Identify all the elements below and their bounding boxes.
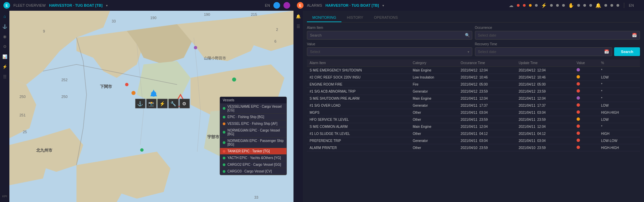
table-row[interactable]: #1 LO SLUDGE TK LEVEL Other 2021/04/11 0… [307, 130, 640, 137]
kpi-label: KPI [2, 195, 7, 198]
cell-value: * [598, 123, 640, 130]
alarm-item-input[interactable] [310, 33, 469, 37]
cell-occ-date: 2021/04/12 23:59 [458, 88, 516, 95]
cell-alarm-item: S M/E COMMON ALARM [307, 123, 410, 130]
right-sidebar-alarm[interactable]: 🔔 [295, 13, 301, 19]
svg-text:2: 2 [276, 28, 278, 32]
cell-category: Generator [410, 137, 458, 144]
sidebar-icon-location[interactable]: ◉ [2, 34, 8, 40]
popup-item-2[interactable]: VESSEL EPIC · Fishing Ship [AF] [220, 120, 286, 127]
cell-category: Generator [410, 88, 458, 95]
svg-text:250: 250 [19, 95, 25, 99]
col-category: Category [410, 59, 458, 67]
table-row[interactable]: #1 S/G ACB ABNORMAL TRIP Generator 2021/… [307, 88, 640, 95]
map-tool-gear[interactable]: ⚙ [179, 99, 190, 108]
right-lang-badge: EN [629, 3, 634, 7]
cell-occ-date: 2021/04/12 05:00 [458, 81, 516, 88]
tabs-container: MONITORING HISTORY OPERATIONS [307, 13, 640, 22]
recovery-placeholder: Select date [478, 50, 496, 54]
popup-item-7[interactable]: CARGO2 EPIC · Cargo Vessel [GG] [220, 161, 286, 168]
popup-item-5-tanker[interactable]: TANKER EPIC · Tanker [TG] [220, 148, 286, 155]
popup-item-0[interactable]: VESSELNAME EPIC · Cargo Vessel [CG] [220, 103, 286, 114]
table-row[interactable]: S M/E COMMON ALARM Main Engine 2021/04/1… [307, 123, 640, 130]
cell-upd-date: 2021/04/11 12:04 [516, 123, 574, 130]
map-tool-camera[interactable]: 📸 [146, 99, 156, 108]
sidebar-icon-anchor[interactable]: ⚓ [2, 23, 8, 30]
popup-item-6[interactable]: YACTH EPIC · Yachts &Others [YG] [220, 155, 286, 161]
sidebar-icon-list[interactable]: ☰ [2, 74, 8, 80]
map-tool-anchor[interactable]: ⚓ [135, 99, 145, 108]
cell-dot [574, 88, 598, 95]
svg-point-23 [232, 78, 236, 82]
occurrence-date-input[interactable]: Select date 📅 [475, 31, 640, 40]
value-label: Value [307, 42, 472, 46]
svg-text:宇部市: 宇部市 [207, 135, 220, 139]
sidebar-icon-chart[interactable]: 📊 [2, 54, 8, 60]
table-row[interactable]: #2 CIRC REEF SOCK 220V INSU Low Insulati… [307, 74, 640, 81]
popup-item-8[interactable]: CARGO3 · Cargo Vessel [CV] [220, 168, 286, 175]
svg-text:190: 190 [150, 16, 156, 20]
status-dot-gray [535, 4, 538, 7]
cell-occ-date: 2021/04/12 10:46 [458, 74, 516, 81]
map-tool-lightning[interactable]: ⚡ [157, 99, 167, 108]
table-row[interactable]: S M/E SHUTDOWN PRE ALARM Main Engine 202… [307, 95, 640, 102]
value-select[interactable]: Select ▾ [307, 47, 472, 56]
status-dot-gray7 [589, 4, 592, 7]
left-avatar1[interactable] [273, 2, 280, 9]
occurrence-calendar-icon: 📅 [632, 33, 637, 38]
col-alarm-item: Alarm Item [307, 59, 410, 67]
recovery-calendar-icon: 📅 [604, 49, 609, 54]
cell-dot [574, 74, 598, 81]
popup-item-1[interactable]: EPIC · Fishing Ship [BG] [220, 114, 286, 120]
popup-item-3[interactable]: NORWEGIAN EPIC · Cargo Vessel [BG] [220, 127, 286, 138]
table-row[interactable]: HFO SERVICE TK LEVEL Other 2021/04/11 23… [307, 116, 640, 123]
tab-monitoring[interactable]: MONITORING [307, 13, 341, 22]
right-panel: E ALARMS HARVESTOR · TUG BOAT [TB] ▾ ☁ ⚡… [293, 0, 644, 202]
right-sidebar-list[interactable]: ☰ [295, 23, 301, 30]
sidebar-icon-lightning[interactable]: ⚡ [2, 64, 8, 70]
occurrence-placeholder: Select date [478, 33, 496, 37]
right-content: 🔔 ☰ MONITORING HISTORY OPERATIONS Alarm … [293, 11, 644, 202]
table-row[interactable]: S M/E EMERGENCY SHUTDOWN Main Engine 202… [307, 67, 640, 74]
popup-item-4[interactable]: NORWEGIAN EPIC · Passenger Ship [BG] [220, 138, 286, 148]
cell-alarm-item: S M/E SHUTDOWN PRE ALARM [307, 95, 410, 102]
recovery-date-input[interactable]: Select date 📅 [475, 47, 612, 56]
left-lang-badge: EN [265, 3, 270, 7]
right-dropdown-arrow[interactable]: ▾ [382, 4, 384, 7]
svg-text:25: 25 [23, 130, 27, 134]
tab-history[interactable]: HISTORY [341, 13, 369, 22]
svg-text:250: 250 [61, 95, 67, 99]
table-row[interactable]: #1 S/G OVER LOAD Generator 2021/04/11 17… [307, 102, 640, 109]
status-dot-gray10 [616, 4, 619, 7]
col-percent: % [598, 59, 640, 67]
map-tool-wrench[interactable]: 🔧 [168, 99, 178, 108]
sidebar-icon-tools[interactable]: ⚙ [2, 44, 8, 50]
recovery-time-label: Recovery Time [475, 42, 640, 46]
cell-alarm-item: ENGINE ROOM FIRE [307, 81, 410, 88]
table-row[interactable]: ALARM PRINTER Other 2021/04/10 23:59 202… [307, 144, 640, 151]
table-row[interactable]: ENGINE ROOM FIRE Fire 2021/04/12 05:00 2… [307, 81, 640, 88]
cell-dot [574, 95, 598, 102]
cell-alarm-item: #1 LO SLUDGE TK LEVEL [307, 130, 410, 137]
status-dot-red2 [523, 4, 526, 7]
map-area[interactable]: 33 190 190 215 2 6 342 33 250 251 25 9 2… [9, 11, 293, 202]
cell-category: Other [410, 144, 458, 151]
right-vessel-label: HARVESTOR · TUG BOAT [TB] [325, 3, 379, 7]
cell-upd-date: 2021/04/12 12:04 [516, 67, 574, 74]
right-header: E ALARMS HARVESTOR · TUG BOAT [TB] ▾ ☁ ⚡… [293, 0, 644, 11]
search-button[interactable]: Search [614, 47, 640, 56]
svg-text:33: 33 [112, 19, 116, 23]
cell-dot [574, 137, 598, 144]
sidebar-icon-home[interactable]: ⌂ [2, 13, 8, 19]
tab-operations[interactable]: OPERATIONS [369, 13, 403, 22]
status-dot-gray3 [556, 4, 559, 7]
svg-point-26 [194, 46, 197, 49]
vessel-dropdown-arrow[interactable]: ▾ [106, 4, 108, 7]
table-row[interactable]: MGPS Other 2021/04/11 03:04 2021/04/11 0… [307, 109, 640, 116]
left-avatar2[interactable] [283, 2, 290, 9]
table-row[interactable]: PREFERENCE TRIP Generator 2021/04/11 03:… [307, 137, 640, 144]
cell-value: * [598, 88, 640, 95]
alarm-data-table: Alarm Item Category Occurance Time Updat… [307, 59, 640, 151]
cell-value: * [598, 81, 640, 88]
left-logo: E [3, 2, 10, 9]
